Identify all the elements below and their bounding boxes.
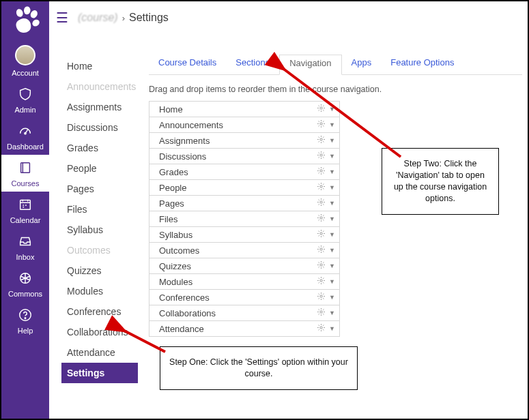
reorder-item-conferences[interactable]: Conferences▼ xyxy=(149,290,339,305)
svg-point-23 xyxy=(320,311,322,313)
svg-point-2 xyxy=(29,9,39,19)
reorder-item-syllabus[interactable]: Syllabus▼ xyxy=(149,227,339,243)
reorder-item-menu[interactable]: ▼ xyxy=(317,135,335,146)
reorder-item-menu[interactable]: ▼ xyxy=(317,119,335,130)
caret-down-icon: ▼ xyxy=(329,325,335,332)
course-nav-item-home[interactable]: Home xyxy=(61,56,138,76)
course-nav: HomeAnnouncementsAssignmentsDiscussionsG… xyxy=(61,56,138,383)
drag-reorder-prompt: Drag and drop items to reorder them in t… xyxy=(149,85,522,94)
reorder-item-announcements[interactable]: Announcements▼ xyxy=(149,117,339,133)
reorder-item-label: Modules xyxy=(159,277,192,287)
gear-icon xyxy=(317,276,326,287)
course-nav-item-discussions[interactable]: Discussions xyxy=(61,117,138,138)
share-icon xyxy=(18,271,33,288)
global-nav-dashboard[interactable]: Dashboard xyxy=(1,118,49,155)
svg-point-10 xyxy=(320,107,322,109)
reorder-item-label: Announcements xyxy=(159,120,223,130)
gauge-icon xyxy=(18,123,33,140)
brand-logo xyxy=(10,5,40,35)
shield-icon xyxy=(18,87,33,104)
gear-icon xyxy=(317,182,326,193)
course-nav-item-files[interactable]: Files xyxy=(61,199,138,220)
reorder-item-menu[interactable]: ▼ xyxy=(317,292,335,303)
course-nav-item-assignments[interactable]: Assignments xyxy=(61,97,138,117)
gear-icon xyxy=(317,308,326,318)
avatar-icon xyxy=(15,45,35,65)
svg-point-19 xyxy=(320,248,322,250)
course-nav-item-pages[interactable]: Pages xyxy=(61,179,138,199)
tab-course-details[interactable]: Course Details xyxy=(149,55,226,74)
global-nav-calendar[interactable]: Calendar xyxy=(1,192,49,228)
svg-point-12 xyxy=(320,138,322,140)
reorder-item-modules[interactable]: Modules▼ xyxy=(149,274,339,290)
rail-label: Calendar xyxy=(10,216,41,224)
gear-icon xyxy=(317,198,326,209)
reorder-item-label: Pages xyxy=(159,198,184,209)
global-nav-admin[interactable]: Admin xyxy=(1,81,49,118)
reorder-item-files[interactable]: Files▼ xyxy=(149,211,339,227)
reorder-item-menu[interactable]: ▼ xyxy=(317,245,335,256)
hamburger-toggle[interactable]: ☰ xyxy=(56,10,68,26)
reorder-item-menu[interactable]: ▼ xyxy=(317,260,335,271)
reorder-item-discussions[interactable]: Discussions▼ xyxy=(149,149,339,164)
reorder-item-menu[interactable]: ▼ xyxy=(317,308,335,318)
global-nav-account[interactable]: Account xyxy=(1,40,49,81)
help-icon xyxy=(18,308,33,325)
course-nav-item-conferences[interactable]: Conferences xyxy=(61,301,138,322)
rail-label: Dashboard xyxy=(7,142,44,151)
reorder-item-attendance[interactable]: Attendance▼ xyxy=(149,321,339,337)
reorder-item-people[interactable]: People▼ xyxy=(149,180,339,196)
reorder-item-home[interactable]: Home▼ xyxy=(149,102,339,117)
reorder-item-menu[interactable]: ▼ xyxy=(317,229,335,240)
course-nav-item-syllabus[interactable]: Syllabus xyxy=(61,220,138,240)
rail-label: Courses xyxy=(12,179,40,188)
reorder-item-grades[interactable]: Grades▼ xyxy=(149,164,339,180)
course-nav-item-outcomes[interactable]: Outcomes xyxy=(61,240,138,260)
global-nav-help[interactable]: Help xyxy=(1,302,49,339)
course-nav-item-quizzes[interactable]: Quizzes xyxy=(61,260,138,281)
caret-down-icon: ▼ xyxy=(329,231,335,238)
rail-label: Help xyxy=(18,327,33,335)
svg-point-13 xyxy=(320,154,322,156)
reorder-item-menu[interactable]: ▼ xyxy=(317,182,335,193)
reorder-item-menu[interactable]: ▼ xyxy=(317,104,335,115)
reorder-item-menu[interactable]: ▼ xyxy=(317,213,335,224)
inbox-icon xyxy=(18,234,33,251)
caret-down-icon: ▼ xyxy=(329,200,335,207)
global-nav-inbox[interactable]: Inbox xyxy=(1,228,49,265)
reorder-item-menu[interactable]: ▼ xyxy=(317,151,335,162)
course-nav-item-people[interactable]: People xyxy=(61,158,138,179)
reorder-item-menu[interactable]: ▼ xyxy=(317,276,335,287)
reorder-item-label: Syllabus xyxy=(159,230,192,240)
course-nav-item-collaborations[interactable]: Collaborations xyxy=(61,322,138,342)
reorder-item-outcomes[interactable]: Outcomes▼ xyxy=(149,243,339,258)
course-nav-item-modules[interactable]: Modules xyxy=(61,281,138,301)
paw-print-icon xyxy=(10,5,40,35)
caret-down-icon: ▼ xyxy=(329,278,335,285)
course-nav-item-attendance[interactable]: Attendance xyxy=(61,342,138,363)
reorder-item-pages[interactable]: Pages▼ xyxy=(149,196,339,211)
course-nav-item-grades[interactable]: Grades xyxy=(61,138,138,158)
tab-feature-options[interactable]: Feature Options xyxy=(381,55,463,74)
caret-down-icon: ▼ xyxy=(329,121,335,128)
reorder-item-menu[interactable]: ▼ xyxy=(317,323,335,334)
reorder-item-assignments[interactable]: Assignments▼ xyxy=(149,133,339,149)
svg-point-1 xyxy=(23,6,31,15)
breadcrumb-course-link[interactable]: (course) xyxy=(78,12,118,24)
reorder-item-menu[interactable]: ▼ xyxy=(317,166,335,177)
tab-apps[interactable]: Apps xyxy=(342,55,382,74)
tab-navigation[interactable]: Navigation xyxy=(279,55,341,75)
tab-sections[interactable]: Sections xyxy=(226,55,279,74)
gear-icon xyxy=(317,213,326,224)
course-nav-item-announcements[interactable]: Announcements xyxy=(61,76,138,97)
global-nav-courses[interactable]: Courses xyxy=(1,155,49,192)
settings-tabs: Course DetailsSectionsNavigationAppsFeat… xyxy=(149,55,522,75)
svg-point-0 xyxy=(15,8,24,18)
reorder-item-menu[interactable]: ▼ xyxy=(317,198,335,209)
caret-down-icon: ▼ xyxy=(329,247,335,254)
reorder-item-quizzes[interactable]: Quizzes▼ xyxy=(149,258,339,274)
course-nav-item-settings[interactable]: Settings xyxy=(61,363,138,383)
global-nav-commons[interactable]: Commons xyxy=(1,265,49,302)
book-icon xyxy=(18,160,33,177)
reorder-item-collaborations[interactable]: Collaborations▼ xyxy=(149,305,339,321)
